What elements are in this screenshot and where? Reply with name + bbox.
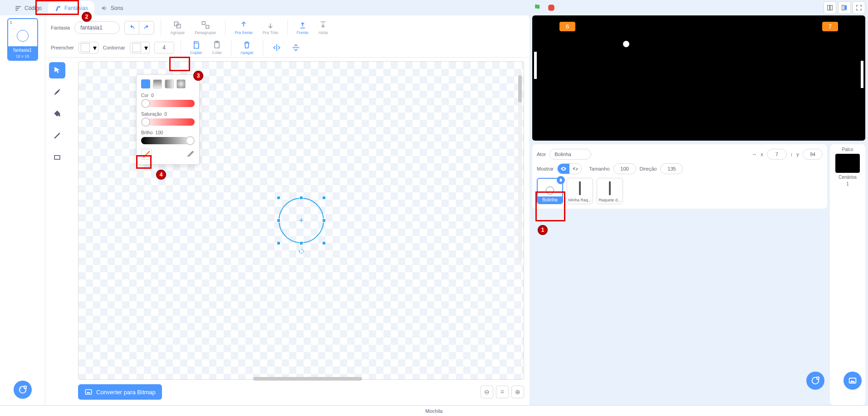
sprite-tile-minha-raquete[interactable]: Minha Raq... (567, 178, 593, 204)
stage-preview[interactable]: 6 7 (532, 15, 865, 141)
show-sprite-button[interactable] (558, 164, 569, 174)
svg-rect-0 (15, 6, 21, 7)
sprite-size-input[interactable] (613, 163, 636, 174)
fill-mode-vertical-gradient[interactable] (153, 79, 162, 88)
delete-sprite-button[interactable] (557, 176, 565, 184)
tool-line[interactable] (49, 127, 65, 144)
color-picker-popover: Cor0 Saturação0 Brilho100 (136, 74, 200, 165)
stage-ball (623, 41, 629, 47)
outline-label: Contornar (103, 45, 125, 50)
svg-rect-16 (828, 5, 830, 10)
undo-button[interactable] (125, 21, 139, 34)
back-button[interactable]: Pra Trás (260, 20, 281, 35)
stage-right-paddle (861, 61, 863, 88)
stage-score-right: 7 (822, 22, 838, 31)
svg-rect-14 (85, 390, 92, 395)
fill-color-button[interactable]: ▾ (78, 42, 98, 54)
svg-rect-17 (830, 5, 833, 10)
tab-code[interactable]: Código (8, 1, 48, 15)
tab-costumes-label: Fantasias (64, 5, 88, 11)
stage-thumbnail[interactable] (835, 154, 860, 173)
delete-button[interactable]: Apagar (238, 40, 256, 55)
tool-fill[interactable] (49, 106, 65, 122)
eyedropper-button[interactable] (186, 149, 195, 159)
backdrops-label: Cenários (839, 175, 857, 180)
tool-rect[interactable] (49, 149, 65, 166)
svg-rect-19 (845, 5, 847, 10)
no-color-button[interactable] (141, 149, 152, 160)
stop-button[interactable] (546, 2, 557, 13)
hue-slider[interactable] (141, 100, 195, 107)
front-button[interactable]: Pra frente (232, 20, 255, 35)
backdrops-count: 1 (846, 181, 849, 186)
svg-rect-1 (15, 8, 19, 9)
tab-costumes[interactable]: Fantasias (48, 1, 94, 15)
outline-color-button[interactable]: ▾ (130, 42, 150, 54)
tab-sounds-label: Sons (111, 5, 123, 11)
backpack-bar[interactable]: Mochila (0, 405, 868, 416)
stage-left-paddle (534, 52, 537, 79)
tab-code-label: Código (25, 5, 42, 11)
stage-score-left: 6 (559, 22, 575, 31)
backward-button[interactable]: Atrás (316, 20, 331, 35)
group-button[interactable]: Agrupar (167, 20, 187, 35)
fill-mode-solid[interactable] (141, 79, 150, 88)
sprite-y-input[interactable] (803, 149, 823, 160)
tool-brush[interactable] (49, 84, 65, 100)
sprite-tile-raquete-direita[interactable]: Raquete d... (597, 178, 623, 204)
costume-name-input[interactable] (74, 21, 120, 34)
fill-mode-radial-gradient[interactable] (177, 79, 186, 88)
fullscreen-button[interactable] (853, 1, 865, 14)
green-flag-button[interactable] (532, 2, 543, 13)
forward-button[interactable]: Frente (294, 20, 311, 35)
add-sprite-button[interactable] (806, 372, 824, 390)
sprite-direction-input[interactable] (660, 163, 683, 174)
flip-h-button[interactable] (270, 43, 284, 52)
sprite-tile-bolinha[interactable]: Bolinha (537, 178, 563, 204)
hide-sprite-button[interactable] (569, 164, 581, 174)
zoom-in-button[interactable]: ⊕ (511, 386, 524, 398)
svg-line-12 (54, 133, 60, 138)
zoom-out-button[interactable]: ⊖ (481, 386, 493, 398)
costume-size: 18 x 18 (8, 54, 37, 60)
svg-rect-2 (15, 10, 18, 11)
zoom-reset-button[interactable]: = (496, 386, 509, 398)
sprite-x-input[interactable] (767, 149, 787, 160)
stroke-width-input[interactable] (154, 42, 174, 54)
svg-marker-15 (548, 5, 554, 11)
tab-sounds[interactable]: Sons (94, 1, 129, 15)
add-costume-button[interactable] (14, 381, 32, 399)
flip-v-button[interactable] (289, 43, 303, 52)
fill-label: Preencher (51, 45, 74, 50)
add-backdrop-button[interactable] (843, 372, 862, 390)
redo-button[interactable] (139, 21, 154, 34)
stage-title: Palco (842, 147, 853, 152)
brightness-slider[interactable] (141, 137, 195, 144)
stage-small-button[interactable] (824, 1, 836, 14)
canvas-vscroll[interactable] (518, 71, 522, 261)
stage-panel[interactable]: Palco Cenários 1 (830, 144, 865, 405)
svg-rect-22 (849, 378, 856, 383)
costume-name: fantasia1 (8, 46, 37, 54)
svg-rect-7 (202, 22, 205, 25)
sprite-info-panel: Ator ↔ x ↕ y Mostrar (532, 144, 827, 209)
paste-button[interactable]: Colar (209, 40, 225, 55)
stage-large-button[interactable] (838, 1, 851, 14)
svg-rect-18 (842, 5, 844, 10)
svg-rect-13 (54, 156, 60, 159)
svg-rect-9 (194, 43, 199, 49)
selected-shape[interactable]: ✛ (279, 198, 324, 243)
canvas-hscroll[interactable] (253, 377, 362, 381)
sprite-name-input[interactable] (549, 149, 591, 160)
costume-index: 1 (8, 19, 37, 25)
copy-button[interactable]: Copiar (187, 40, 205, 55)
ungroup-button[interactable]: Desagrupar (192, 20, 219, 35)
tool-select[interactable] (49, 62, 65, 78)
costume-field-label: Fantasia (51, 25, 70, 30)
convert-bitmap-button[interactable]: Converter para Bitmap (78, 384, 162, 400)
svg-rect-8 (206, 25, 209, 29)
saturation-slider[interactable] (141, 118, 195, 126)
costume-thumb-1[interactable]: 1 fantasia1 18 x 18 (7, 18, 38, 61)
fill-mode-horizontal-gradient[interactable] (165, 79, 174, 88)
